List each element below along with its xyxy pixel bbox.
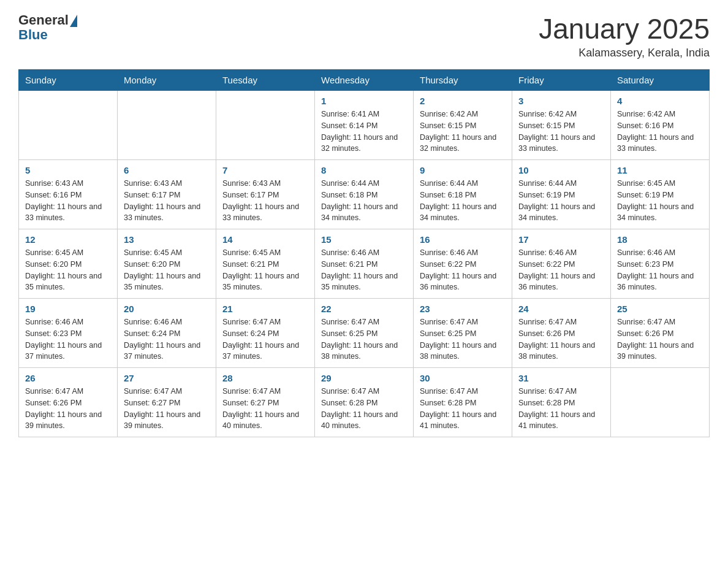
day-number: 18 <box>617 234 703 245</box>
day-number: 17 <box>518 234 604 245</box>
logo-general-text: General <box>18 12 69 28</box>
day-number: 29 <box>321 373 407 383</box>
calendar-cell: 27Sunrise: 6:47 AM Sunset: 6:27 PM Dayli… <box>118 368 216 437</box>
page-header: General Blue January 2025 Kalamassery, K… <box>18 12 710 59</box>
calendar-cell: 1Sunrise: 6:41 AM Sunset: 6:14 PM Daylig… <box>315 91 414 160</box>
day-info: Sunrise: 6:46 AM Sunset: 6:23 PM Dayligh… <box>617 247 703 293</box>
calendar-header-row: SundayMondayTuesdayWednesdayThursdayFrid… <box>19 70 710 91</box>
calendar-cell: 7Sunrise: 6:43 AM Sunset: 6:17 PM Daylig… <box>216 160 315 229</box>
calendar-week-row: 19Sunrise: 6:46 AM Sunset: 6:23 PM Dayli… <box>19 299 710 368</box>
day-info: Sunrise: 6:47 AM Sunset: 6:28 PM Dayligh… <box>518 386 604 432</box>
day-number: 2 <box>420 96 506 106</box>
day-number: 22 <box>321 304 407 314</box>
calendar-header-tuesday: Tuesday <box>216 70 315 91</box>
month-title: January 2025 <box>539 12 710 45</box>
calendar-cell: 24Sunrise: 6:47 AM Sunset: 6:26 PM Dayli… <box>512 299 611 368</box>
calendar-cell: 12Sunrise: 6:45 AM Sunset: 6:20 PM Dayli… <box>19 229 118 299</box>
calendar-cell: 22Sunrise: 6:47 AM Sunset: 6:25 PM Dayli… <box>315 299 414 368</box>
calendar-cell: 28Sunrise: 6:47 AM Sunset: 6:27 PM Dayli… <box>216 368 315 437</box>
day-info: Sunrise: 6:46 AM Sunset: 6:22 PM Dayligh… <box>518 247 604 293</box>
calendar-cell: 29Sunrise: 6:47 AM Sunset: 6:28 PM Dayli… <box>315 368 414 437</box>
logo: General Blue <box>18 12 77 43</box>
day-info: Sunrise: 6:43 AM Sunset: 6:16 PM Dayligh… <box>25 178 111 224</box>
day-number: 30 <box>420 373 506 383</box>
day-info: Sunrise: 6:41 AM Sunset: 6:14 PM Dayligh… <box>321 109 407 155</box>
day-number: 1 <box>321 96 407 106</box>
day-number: 27 <box>124 373 210 383</box>
calendar-cell: 16Sunrise: 6:46 AM Sunset: 6:22 PM Dayli… <box>414 229 512 299</box>
day-info: Sunrise: 6:47 AM Sunset: 6:26 PM Dayligh… <box>25 386 111 432</box>
calendar-cell: 6Sunrise: 6:43 AM Sunset: 6:17 PM Daylig… <box>118 160 216 229</box>
day-number: 31 <box>518 373 604 383</box>
location: Kalamassery, Kerala, India <box>539 47 710 59</box>
day-info: Sunrise: 6:47 AM Sunset: 6:25 PM Dayligh… <box>420 316 506 362</box>
calendar-cell: 3Sunrise: 6:42 AM Sunset: 6:15 PM Daylig… <box>512 91 611 160</box>
day-info: Sunrise: 6:47 AM Sunset: 6:28 PM Dayligh… <box>420 386 506 432</box>
calendar-cell: 31Sunrise: 6:47 AM Sunset: 6:28 PM Dayli… <box>512 368 611 437</box>
calendar-cell: 21Sunrise: 6:47 AM Sunset: 6:24 PM Dayli… <box>216 299 315 368</box>
calendar-cell: 17Sunrise: 6:46 AM Sunset: 6:22 PM Dayli… <box>512 229 611 299</box>
day-info: Sunrise: 6:47 AM Sunset: 6:26 PM Dayligh… <box>617 316 703 362</box>
calendar-cell: 11Sunrise: 6:45 AM Sunset: 6:19 PM Dayli… <box>611 160 710 229</box>
calendar-cell: 5Sunrise: 6:43 AM Sunset: 6:16 PM Daylig… <box>19 160 118 229</box>
day-number: 20 <box>124 304 210 314</box>
calendar-week-row: 1Sunrise: 6:41 AM Sunset: 6:14 PM Daylig… <box>19 91 710 160</box>
day-number: 12 <box>25 234 111 245</box>
day-number: 23 <box>420 304 506 314</box>
day-info: Sunrise: 6:47 AM Sunset: 6:28 PM Dayligh… <box>321 386 407 432</box>
calendar-cell: 10Sunrise: 6:44 AM Sunset: 6:19 PM Dayli… <box>512 160 611 229</box>
day-number: 3 <box>518 96 604 106</box>
day-info: Sunrise: 6:42 AM Sunset: 6:15 PM Dayligh… <box>420 109 506 155</box>
day-info: Sunrise: 6:44 AM Sunset: 6:18 PM Dayligh… <box>321 178 407 224</box>
calendar-table: SundayMondayTuesdayWednesdayThursdayFrid… <box>18 69 710 437</box>
calendar-cell: 4Sunrise: 6:42 AM Sunset: 6:16 PM Daylig… <box>611 91 710 160</box>
day-number: 9 <box>420 165 506 175</box>
day-number: 6 <box>124 165 210 175</box>
day-number: 15 <box>321 234 407 245</box>
day-number: 4 <box>617 96 703 106</box>
day-info: Sunrise: 6:46 AM Sunset: 6:23 PM Dayligh… <box>25 316 111 362</box>
calendar-cell: 19Sunrise: 6:46 AM Sunset: 6:23 PM Dayli… <box>19 299 118 368</box>
calendar-cell <box>118 91 216 160</box>
day-info: Sunrise: 6:45 AM Sunset: 6:20 PM Dayligh… <box>25 247 111 293</box>
calendar-cell: 9Sunrise: 6:44 AM Sunset: 6:18 PM Daylig… <box>414 160 512 229</box>
calendar-cell: 13Sunrise: 6:45 AM Sunset: 6:20 PM Dayli… <box>118 229 216 299</box>
calendar-cell <box>611 368 710 437</box>
day-number: 19 <box>25 304 111 314</box>
calendar-header-monday: Monday <box>118 70 216 91</box>
logo-blue-text: Blue <box>18 27 48 43</box>
day-number: 11 <box>617 165 703 175</box>
day-info: Sunrise: 6:43 AM Sunset: 6:17 PM Dayligh… <box>124 178 210 224</box>
day-number: 16 <box>420 234 506 245</box>
logo-triangle-icon <box>70 15 77 27</box>
calendar-cell: 26Sunrise: 6:47 AM Sunset: 6:26 PM Dayli… <box>19 368 118 437</box>
day-number: 8 <box>321 165 407 175</box>
calendar-week-row: 26Sunrise: 6:47 AM Sunset: 6:26 PM Dayli… <box>19 368 710 437</box>
calendar-cell <box>216 91 315 160</box>
title-section: January 2025 Kalamassery, Kerala, India <box>539 12 710 59</box>
calendar-cell: 20Sunrise: 6:46 AM Sunset: 6:24 PM Dayli… <box>118 299 216 368</box>
calendar-header-sunday: Sunday <box>19 70 118 91</box>
day-info: Sunrise: 6:47 AM Sunset: 6:27 PM Dayligh… <box>222 386 308 432</box>
calendar-cell: 23Sunrise: 6:47 AM Sunset: 6:25 PM Dayli… <box>414 299 512 368</box>
day-number: 5 <box>25 165 111 175</box>
day-info: Sunrise: 6:42 AM Sunset: 6:15 PM Dayligh… <box>518 109 604 155</box>
day-info: Sunrise: 6:43 AM Sunset: 6:17 PM Dayligh… <box>222 178 308 224</box>
calendar-cell: 18Sunrise: 6:46 AM Sunset: 6:23 PM Dayli… <box>611 229 710 299</box>
calendar-week-row: 12Sunrise: 6:45 AM Sunset: 6:20 PM Dayli… <box>19 229 710 299</box>
day-info: Sunrise: 6:46 AM Sunset: 6:24 PM Dayligh… <box>124 316 210 362</box>
day-info: Sunrise: 6:45 AM Sunset: 6:21 PM Dayligh… <box>222 247 308 293</box>
day-info: Sunrise: 6:45 AM Sunset: 6:20 PM Dayligh… <box>124 247 210 293</box>
day-info: Sunrise: 6:44 AM Sunset: 6:19 PM Dayligh… <box>518 178 604 224</box>
calendar-header-wednesday: Wednesday <box>315 70 414 91</box>
day-number: 26 <box>25 373 111 383</box>
day-number: 13 <box>124 234 210 245</box>
calendar-cell: 8Sunrise: 6:44 AM Sunset: 6:18 PM Daylig… <box>315 160 414 229</box>
day-number: 21 <box>222 304 308 314</box>
calendar-week-row: 5Sunrise: 6:43 AM Sunset: 6:16 PM Daylig… <box>19 160 710 229</box>
calendar-header-friday: Friday <box>512 70 611 91</box>
day-number: 28 <box>222 373 308 383</box>
day-number: 10 <box>518 165 604 175</box>
calendar-cell: 25Sunrise: 6:47 AM Sunset: 6:26 PM Dayli… <box>611 299 710 368</box>
calendar-header-thursday: Thursday <box>414 70 512 91</box>
